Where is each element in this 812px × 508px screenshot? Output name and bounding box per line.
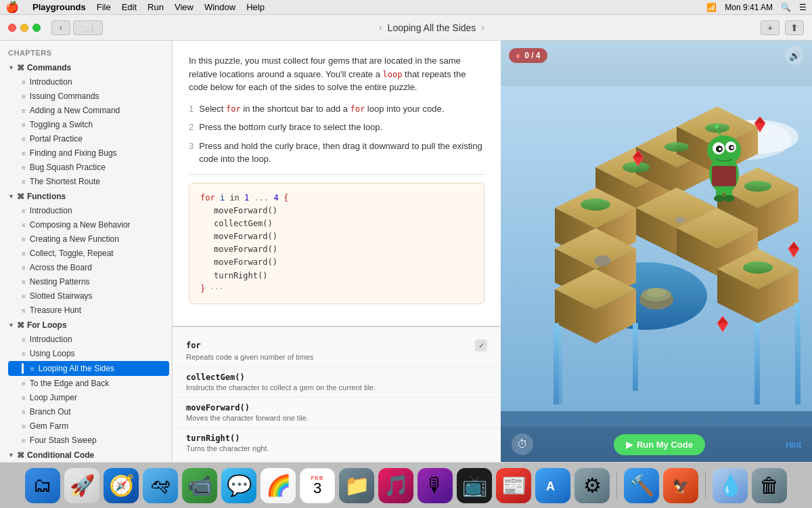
list-item[interactable]: ≡ Introduction <box>8 333 169 346</box>
list-item[interactable]: ≡ Finding and Fixing Bugs <box>8 146 169 160</box>
back-button[interactable]: ‹ <box>51 20 70 35</box>
help-menu[interactable]: Help <box>246 2 265 12</box>
code-line-for: for i in 1 ... 4 { <box>200 192 473 205</box>
sidebar-toggle[interactable]: ⬜ <box>73 20 103 35</box>
timer-button[interactable]: ⏱ <box>512 433 533 455</box>
add-button[interactable]: + <box>761 20 780 35</box>
dock-systemprefs[interactable]: ⚙ <box>574 468 610 503</box>
dock-facetime[interactable]: 📹 <box>182 468 217 503</box>
prev-lesson-button[interactable]: ‹ <box>380 23 382 33</box>
run-button[interactable]: ▶ Run My Code <box>614 434 705 455</box>
window-menu[interactable]: Window <box>204 2 235 12</box>
main-window: ‹ ⬜ ‹ Looping All the Sides › + ⬆ Chapte… <box>0 15 812 462</box>
list-item[interactable]: ≡ Issuing Commands <box>8 89 169 103</box>
list-item[interactable]: ≡ Slotted Stairways <box>8 289 169 303</box>
next-lesson-button[interactable]: › <box>481 23 484 33</box>
close-button[interactable] <box>8 24 16 32</box>
loop-keyword: loop <box>383 70 403 79</box>
dock-divider-2 <box>705 472 706 499</box>
list-item[interactable]: ≡ Creating a New Function <box>8 232 169 246</box>
svg-rect-41 <box>559 326 562 404</box>
list-item[interactable]: ≡ Gem Farm <box>8 419 169 433</box>
run-menu[interactable]: Run <box>148 2 164 12</box>
svg-point-72 <box>723 195 734 202</box>
control-center-icon[interactable]: ☰ <box>799 3 807 12</box>
apple-menu[interactable]: 🍎 <box>5 1 19 14</box>
chapter-conditional-title[interactable]: ▼ ⌘ Conditional Code <box>0 448 172 462</box>
list-item[interactable]: ≡ Adding a New Command <box>8 104 169 117</box>
share-button[interactable]: ⬆ <box>785 20 804 35</box>
menubar: 🍎 Playgrounds File Edit Run View Window … <box>0 0 812 15</box>
list-item[interactable]: ≡ Introduction <box>8 75 169 89</box>
list-item[interactable]: ≡ Collect, Toggle, Repeat <box>8 247 169 260</box>
dock-playgrounds[interactable]: 🛩 <box>143 468 178 503</box>
list-item[interactable]: ≡ Treasure Hunt <box>8 303 169 317</box>
chapter-commands-title[interactable]: ▼ ⌘ Commands <box>0 61 172 75</box>
dock-trash[interactable]: 🗑 <box>752 468 787 503</box>
minimize-button[interactable] <box>20 24 28 32</box>
titlebar-center: ‹ Looping All the Sides › <box>108 22 755 33</box>
list-item[interactable]: ≡ Toggling a Switch <box>8 118 169 131</box>
list-item[interactable]: ≡ Nesting Patterns <box>8 275 169 289</box>
triangle-icon: ▼ <box>8 64 14 71</box>
view-menu[interactable]: View <box>175 2 194 12</box>
code-block[interactable]: for i in 1 ... 4 { moveForward() collect… <box>189 183 484 305</box>
dock-xcode[interactable]: 🔨 <box>624 468 659 503</box>
app-menu[interactable]: Playgrounds <box>32 2 86 12</box>
edit-menu[interactable]: Edit <box>122 2 137 12</box>
dock-podcasts[interactable]: 🎙 <box>418 468 453 503</box>
shortcuts-panel: for ✓ Repeats code a given number of tim… <box>173 326 501 462</box>
dock-swift[interactable]: 🦅 <box>663 468 698 503</box>
svg-rect-44 <box>754 323 760 404</box>
step-3: 3 Press and hold the curly brace, then d… <box>189 140 484 166</box>
maximize-button[interactable] <box>32 24 41 32</box>
dock-airdrop[interactable]: 💧 <box>713 468 748 503</box>
list-item[interactable]: ≡ Four Stash Sweep <box>8 433 169 447</box>
functions-items: ≡ Introduction ≡ Composing a New Behavio… <box>0 204 172 317</box>
list-item[interactable]: ≡ Composing a New Behavior <box>8 218 169 232</box>
dock-finder[interactable]: 🗂 <box>25 468 60 503</box>
dock-calendar[interactable]: FEB 3 <box>300 468 335 503</box>
svg-point-57 <box>675 217 685 224</box>
chapter-functions-title[interactable]: ▼ ⌘ Functions <box>0 190 172 203</box>
svg-point-36 <box>743 261 773 274</box>
volume-button[interactable]: 🔊 <box>785 46 804 65</box>
dock-photos[interactable]: 🌈 <box>261 468 296 503</box>
hint-button[interactable]: Hint <box>786 440 801 450</box>
step-2-text: Press the bottom curly brace to select t… <box>199 121 382 134</box>
step-3-text: Press and hold the curly brace, then dra… <box>199 140 484 166</box>
shortcut-for[interactable]: for ✓ Repeats code a given number of tim… <box>173 334 501 367</box>
dock-music[interactable]: 🎵 <box>378 468 413 503</box>
shortcut-turnright[interactable]: turnRight() Turns the character right. <box>173 428 501 458</box>
file-menu[interactable]: File <box>97 2 111 12</box>
list-item[interactable]: ≡ Portal Practice <box>8 132 169 146</box>
chapter-conditional: ▼ ⌘ Conditional Code ≡ Introduction <box>0 448 172 462</box>
list-item[interactable]: ≡ The Shortest Route <box>8 175 169 188</box>
list-item[interactable]: ≡ To the Edge and Back <box>8 377 169 390</box>
dock-news[interactable]: 📰 <box>496 468 531 503</box>
dock-safari[interactable]: 🧭 <box>104 468 139 503</box>
triangle-icon: ▼ <box>8 193 14 200</box>
dock-appstore[interactable]: A <box>535 468 570 503</box>
spotlight-icon[interactable]: 🔍 <box>781 3 791 12</box>
list-item-active[interactable]: ≡ Looping All the Sides <box>8 361 169 376</box>
shortcut-collectgem[interactable]: collectGem() Instructs the character to … <box>173 367 501 398</box>
dock-appletv[interactable]: 📺 <box>457 468 492 503</box>
shortcut-moveforward[interactable]: moveForward() Moves the character forwar… <box>173 398 501 428</box>
dock-messages[interactable]: 💬 <box>221 468 256 503</box>
list-item[interactable]: ≡ Across the Board <box>8 261 169 274</box>
dock-launchpad[interactable]: 🚀 <box>64 468 99 503</box>
step-num-3: 3 <box>189 140 194 166</box>
list-item[interactable]: ≡ Branch Out <box>8 405 169 419</box>
chapter-forloops-title[interactable]: ▼ ⌘ For Loops <box>0 318 172 332</box>
shortcut-for-check[interactable]: ✓ <box>475 339 487 352</box>
list-item[interactable]: ≡ Bug Squash Practice <box>8 161 169 174</box>
dock: 🗂 🚀 🧭 🛩 📹 💬 🌈 FEB 3 📁 🎵 🎙 📺 📰 A ⚙ 🔨 🦅 💧 … <box>0 462 812 508</box>
list-item[interactable]: ≡ Loop Jumper <box>8 391 169 404</box>
list-item[interactable]: ≡ Using Loops <box>8 347 169 360</box>
dock-files[interactable]: 📁 <box>339 468 374 503</box>
shortcut-collectgem-desc: Instructs the character to collect a gem… <box>186 383 487 391</box>
svg-rect-43 <box>795 303 800 404</box>
list-item[interactable]: ≡ Introduction <box>8 204 169 217</box>
svg-point-71 <box>714 195 725 202</box>
